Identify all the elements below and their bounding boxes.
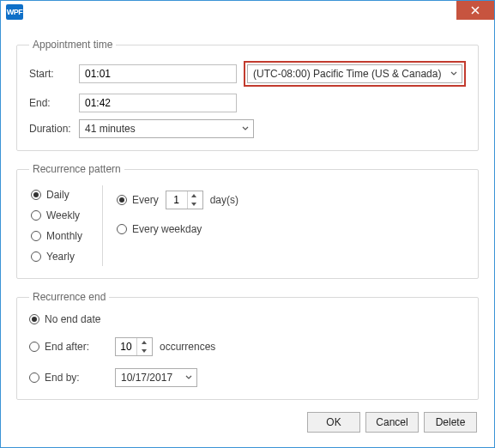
- cancel-button[interactable]: Cancel: [365, 412, 419, 433]
- close-button[interactable]: [456, 1, 494, 20]
- radio-end-after[interactable]: End after:: [29, 341, 115, 353]
- duration-combo[interactable]: 41 minutes: [79, 119, 254, 138]
- radio-every-n-days[interactable]: Every day(s): [117, 191, 238, 209]
- recurrence-pattern-legend: Recurrence pattern: [29, 163, 124, 175]
- spinner-up[interactable]: [137, 338, 150, 347]
- delete-button[interactable]: Delete: [424, 412, 477, 433]
- radio-monthly[interactable]: Monthly: [31, 230, 102, 242]
- radio-weekly[interactable]: Weekly: [31, 209, 102, 221]
- appointment-time-group: Appointment time Start: (UTC-08:00) Paci…: [16, 39, 479, 151]
- dialog-footer: OK Cancel Delete: [16, 412, 479, 433]
- radio-every-weekday[interactable]: Every weekday: [117, 223, 238, 235]
- days-spinner[interactable]: [166, 191, 203, 209]
- days-spinner-input[interactable]: [166, 194, 187, 206]
- radio-icon: [31, 251, 41, 262]
- app-icon: WPF: [6, 4, 23, 20]
- frequency-options: Every day(s) Every weekday: [103, 185, 238, 266]
- occurrences-label: occurrences: [160, 341, 215, 353]
- radio-label: Every weekday: [132, 223, 202, 235]
- radio-icon: [31, 231, 41, 241]
- occurrences-spinner-input[interactable]: [116, 341, 136, 353]
- spinner-down[interactable]: [188, 200, 201, 209]
- timezone-combo[interactable]: (UTC-08:00) Pacific Time (US & Canada): [247, 64, 462, 83]
- every-label: Every: [132, 194, 159, 206]
- dialog-window: WPF Appointment time Start: (UTC-08:00) …: [0, 0, 495, 448]
- radio-label: Yearly: [46, 251, 75, 263]
- chevron-down-icon: [446, 65, 462, 82]
- end-label: End:: [29, 97, 79, 109]
- radio-label: End by:: [45, 372, 80, 384]
- radio-icon: [117, 195, 127, 205]
- end-by-date-value: 10/17/2017: [121, 372, 172, 384]
- spinner-buttons: [187, 191, 201, 209]
- occurrences-spinner[interactable]: [115, 337, 153, 356]
- radio-icon: [29, 342, 39, 352]
- end-by-date-combo[interactable]: 10/17/2017: [115, 368, 197, 387]
- spinner-up[interactable]: [188, 191, 201, 200]
- recurrence-pattern-group: Recurrence pattern Daily Weekly Monthly …: [16, 163, 479, 279]
- title-bar: WPF: [1, 1, 494, 25]
- radio-label: Daily: [46, 189, 69, 201]
- dialog-body: Appointment time Start: (UTC-08:00) Paci…: [1, 25, 494, 445]
- appointment-time-legend: Appointment time: [29, 39, 116, 51]
- duration-label: Duration:: [29, 123, 79, 135]
- radio-label: Monthly: [46, 230, 82, 242]
- spinner-buttons: [136, 338, 150, 355]
- radio-icon: [31, 210, 41, 221]
- timezone-value: (UTC-08:00) Pacific Time (US & Canada): [253, 68, 441, 80]
- close-icon: [471, 6, 480, 15]
- radio-label: End after:: [45, 341, 89, 353]
- end-time-input[interactable]: [79, 94, 237, 112]
- radio-no-end-date[interactable]: No end date: [29, 313, 466, 325]
- start-time-input[interactable]: [79, 64, 237, 83]
- radio-yearly[interactable]: Yearly: [31, 251, 102, 263]
- chevron-down-icon: [181, 369, 196, 386]
- chevron-down-icon: [238, 120, 253, 137]
- days-suffix-label: day(s): [210, 194, 238, 206]
- recurrence-end-group: Recurrence end No end date End after:: [16, 291, 479, 400]
- radio-end-by[interactable]: End by:: [29, 372, 115, 384]
- radio-label: Weekly: [46, 209, 80, 221]
- duration-value: 41 minutes: [85, 123, 136, 135]
- spinner-down[interactable]: [137, 347, 150, 355]
- recurrence-end-legend: Recurrence end: [29, 291, 109, 303]
- radio-icon: [29, 314, 39, 324]
- radio-daily[interactable]: Daily: [31, 189, 102, 201]
- ok-button[interactable]: OK: [307, 412, 360, 433]
- radio-icon: [29, 372, 39, 383]
- timezone-highlight: (UTC-08:00) Pacific Time (US & Canada): [244, 61, 466, 87]
- start-label: Start:: [29, 68, 79, 80]
- radio-label: No end date: [45, 313, 100, 325]
- frequency-list: Daily Weekly Monthly Yearly: [29, 185, 103, 266]
- radio-icon: [31, 190, 41, 200]
- radio-icon: [117, 224, 127, 234]
